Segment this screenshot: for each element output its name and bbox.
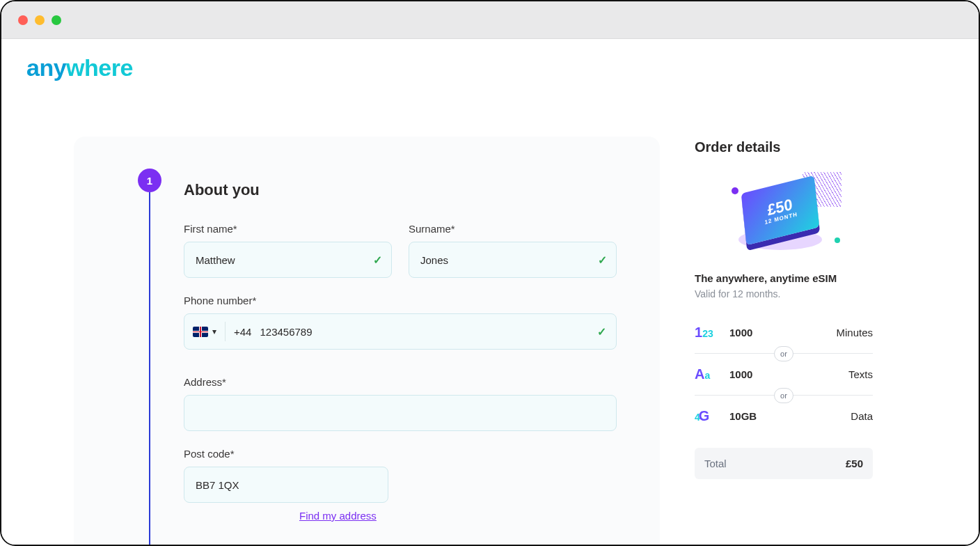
feature-divider: or — [695, 353, 873, 354]
check-icon: ✓ — [598, 254, 607, 267]
order-details-panel: Order details £50 12 MONTH The anywhere,… — [695, 136, 873, 479]
or-badge: or — [774, 346, 793, 361]
about-you-card: 1 About you First name* ✓ Sur — [74, 136, 660, 545]
address-input[interactable] — [184, 395, 617, 431]
order-total-row: Total £50 — [695, 448, 873, 479]
feature-label: Data — [851, 410, 873, 422]
feature-value: 10GB — [729, 410, 771, 422]
total-value: £50 — [846, 458, 863, 469]
surname-input[interactable] — [409, 242, 617, 278]
find-address-link[interactable]: Find my address — [299, 510, 377, 522]
postcode-field: Post code* Find my address — [184, 448, 617, 522]
teal-dot-icon — [835, 237, 840, 243]
first-name-label: First name* — [184, 223, 392, 235]
or-badge: or — [774, 388, 793, 403]
minutes-icon: 123 — [695, 325, 717, 341]
window-zoom-button[interactable] — [52, 15, 61, 25]
postcode-label: Post code* — [184, 448, 617, 460]
check-icon: ✓ — [597, 325, 606, 338]
product-title: The anywhere, anytime eSIM — [695, 272, 873, 284]
browser-window: anywhere 1 About you First name* ✓ — [0, 0, 980, 546]
postcode-input[interactable] — [184, 467, 388, 503]
surname-field: Surname* ✓ — [409, 223, 617, 278]
phone-field: Phone number* ▾ +44 ✓ — [184, 295, 617, 350]
purple-dot-icon — [732, 187, 738, 194]
brand-logo: anywhere — [26, 54, 133, 81]
dial-code: +44 — [234, 326, 251, 338]
logo-part-1: any — [26, 54, 66, 81]
product-subtitle: Valid for 12 months. — [695, 288, 873, 299]
window-close-button[interactable] — [18, 15, 28, 25]
order-heading: Order details — [695, 139, 873, 155]
logo-part-2: where — [66, 54, 133, 81]
feature-divider: or — [695, 395, 873, 396]
uk-flag-icon — [193, 327, 208, 337]
phone-input-wrap: ▾ +44 ✓ — [184, 313, 617, 350]
first-name-field: First name* ✓ — [184, 223, 392, 278]
phone-label: Phone number* — [184, 295, 617, 306]
phone-number-input[interactable] — [260, 326, 589, 338]
feature-label: Texts — [848, 368, 873, 380]
surname-label: Surname* — [409, 223, 617, 235]
texts-icon: Aa — [695, 366, 717, 382]
address-label: Address* — [184, 376, 617, 388]
chevron-down-icon: ▾ — [212, 327, 216, 336]
feature-minutes: 123 1000 Minutes — [695, 316, 873, 349]
form-body: About you First name* ✓ Surname* — [184, 181, 617, 522]
name-row: First name* ✓ Surname* ✓ — [184, 223, 617, 295]
main-layout: 1 About you First name* ✓ Sur — [74, 136, 937, 545]
feature-data: 4G 10GB Data — [695, 400, 873, 432]
sim-illustration: £50 12 MONTH — [725, 168, 843, 258]
page-content: anywhere 1 About you First name* ✓ — [1, 39, 979, 545]
total-label: Total — [704, 458, 727, 469]
check-icon: ✓ — [373, 254, 382, 267]
step-badge: 1 — [138, 169, 161, 192]
address-field: Address* — [184, 376, 617, 431]
feature-value: 1000 — [729, 327, 771, 338]
first-name-input[interactable] — [184, 242, 392, 278]
feature-value: 1000 — [729, 368, 771, 380]
data-icon: 4G — [695, 408, 717, 424]
feature-texts: Aa 1000 Texts — [695, 358, 873, 391]
country-selector[interactable]: ▾ — [193, 322, 226, 341]
step-progress-line — [149, 192, 150, 545]
window-titlebar — [1, 1, 979, 39]
section-title: About you — [184, 181, 617, 199]
window-minimize-button[interactable] — [35, 15, 45, 25]
feature-label: Minutes — [836, 327, 873, 338]
